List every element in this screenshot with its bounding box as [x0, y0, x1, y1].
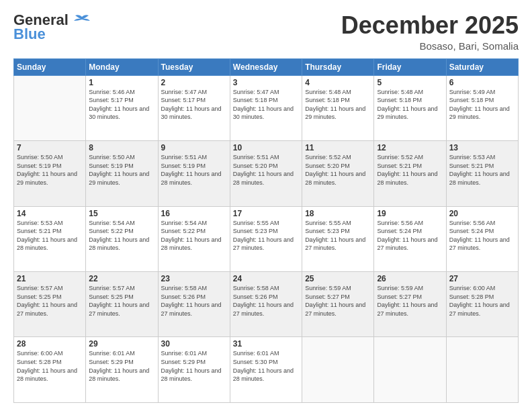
day-number: 24	[233, 274, 299, 283]
day-number: 30	[161, 339, 227, 349]
month-title: December 2025	[341, 12, 519, 39]
day-info: Sunrise: 5:47 AM Sunset: 5:17 PM Dayligh…	[161, 88, 227, 122]
calendar-cell: 28 Sunrise: 6:00 AM Sunset: 5:28 PM Dayl…	[14, 337, 86, 403]
calendar-cell: 1 Sunrise: 5:46 AM Sunset: 5:17 PM Dayli…	[86, 75, 158, 140]
calendar-cell: 4 Sunrise: 5:48 AM Sunset: 5:18 PM Dayli…	[302, 75, 374, 140]
calendar-cell	[446, 337, 518, 403]
day-info: Sunrise: 5:54 AM Sunset: 5:22 PM Dayligh…	[161, 219, 227, 253]
title-block: December 2025 Bosaso, Bari, Somalia	[341, 12, 519, 52]
logo-blue: Blue	[13, 26, 46, 43]
day-info: Sunrise: 6:01 AM Sunset: 5:30 PM Dayligh…	[233, 349, 299, 383]
calendar-cell: 11 Sunrise: 5:52 AM Sunset: 5:20 PM Dayl…	[302, 141, 374, 206]
calendar-cell: 22 Sunrise: 5:57 AM Sunset: 5:25 PM Dayl…	[86, 272, 158, 337]
calendar-day-header: Friday	[374, 58, 446, 75]
day-number: 18	[305, 209, 371, 218]
calendar-day-header: Thursday	[302, 58, 374, 75]
calendar-cell: 17 Sunrise: 5:55 AM Sunset: 5:23 PM Dayl…	[230, 206, 302, 271]
day-info: Sunrise: 5:55 AM Sunset: 5:23 PM Dayligh…	[233, 219, 299, 253]
calendar-week-row: 21 Sunrise: 5:57 AM Sunset: 5:25 PM Dayl…	[14, 272, 519, 337]
calendar-day-header: Wednesday	[230, 58, 302, 75]
calendar-cell: 13 Sunrise: 5:53 AM Sunset: 5:21 PM Dayl…	[446, 141, 518, 206]
day-info: Sunrise: 5:58 AM Sunset: 5:26 PM Dayligh…	[161, 284, 227, 318]
day-number: 5	[377, 78, 443, 87]
location: Bosaso, Bari, Somalia	[341, 40, 519, 52]
calendar-cell: 18 Sunrise: 5:55 AM Sunset: 5:23 PM Dayl…	[302, 206, 374, 271]
day-number: 26	[377, 274, 443, 283]
day-number: 27	[449, 274, 515, 283]
calendar-cell: 2 Sunrise: 5:47 AM Sunset: 5:17 PM Dayli…	[158, 75, 230, 140]
calendar-cell: 3 Sunrise: 5:47 AM Sunset: 5:18 PM Dayli…	[230, 75, 302, 140]
day-info: Sunrise: 6:01 AM Sunset: 5:29 PM Dayligh…	[89, 349, 154, 383]
calendar-cell: 31 Sunrise: 6:01 AM Sunset: 5:30 PM Dayl…	[230, 337, 302, 403]
day-info: Sunrise: 5:51 AM Sunset: 5:20 PM Dayligh…	[233, 153, 299, 187]
calendar-cell: 8 Sunrise: 5:50 AM Sunset: 5:19 PM Dayli…	[86, 141, 158, 206]
calendar-table: SundayMondayTuesdayWednesdayThursdayFrid…	[13, 58, 519, 403]
calendar-week-row: 7 Sunrise: 5:50 AM Sunset: 5:19 PM Dayli…	[14, 141, 519, 206]
day-number: 9	[161, 143, 227, 152]
calendar-cell: 24 Sunrise: 5:58 AM Sunset: 5:26 PM Dayl…	[230, 272, 302, 337]
day-number: 3	[233, 78, 299, 87]
calendar-cell	[14, 75, 86, 140]
calendar-cell: 20 Sunrise: 5:56 AM Sunset: 5:24 PM Dayl…	[446, 206, 518, 271]
calendar-cell: 26 Sunrise: 5:59 AM Sunset: 5:27 PM Dayl…	[374, 272, 446, 337]
calendar-week-row: 14 Sunrise: 5:53 AM Sunset: 5:21 PM Dayl…	[14, 206, 519, 271]
day-number: 1	[89, 78, 154, 87]
day-number: 16	[161, 209, 227, 218]
day-number: 4	[305, 78, 371, 87]
calendar-cell: 14 Sunrise: 5:53 AM Sunset: 5:21 PM Dayl…	[14, 206, 86, 271]
day-number: 29	[89, 339, 154, 349]
day-number: 14	[17, 209, 83, 218]
calendar-day-header: Sunday	[14, 58, 86, 75]
day-number: 6	[449, 78, 515, 87]
day-info: Sunrise: 5:54 AM Sunset: 5:22 PM Dayligh…	[89, 219, 154, 253]
calendar-week-row: 1 Sunrise: 5:46 AM Sunset: 5:17 PM Dayli…	[14, 75, 519, 140]
calendar-week-row: 28 Sunrise: 6:00 AM Sunset: 5:28 PM Dayl…	[14, 337, 519, 403]
calendar-cell: 30 Sunrise: 6:01 AM Sunset: 5:29 PM Dayl…	[158, 337, 230, 403]
page: General Blue December 2025 Bosaso, Bari,…	[0, 0, 532, 411]
calendar-cell: 9 Sunrise: 5:51 AM Sunset: 5:19 PM Dayli…	[158, 141, 230, 206]
day-info: Sunrise: 5:50 AM Sunset: 5:19 PM Dayligh…	[17, 153, 83, 187]
day-info: Sunrise: 6:00 AM Sunset: 5:28 PM Dayligh…	[17, 349, 83, 383]
day-info: Sunrise: 5:56 AM Sunset: 5:24 PM Dayligh…	[449, 219, 515, 253]
day-number: 12	[377, 143, 443, 152]
calendar-day-header: Saturday	[446, 58, 518, 75]
day-info: Sunrise: 5:57 AM Sunset: 5:25 PM Dayligh…	[17, 284, 83, 318]
calendar-day-header: Monday	[86, 58, 158, 75]
calendar-cell: 27 Sunrise: 6:00 AM Sunset: 5:28 PM Dayl…	[446, 272, 518, 337]
calendar-cell: 19 Sunrise: 5:56 AM Sunset: 5:24 PM Dayl…	[374, 206, 446, 271]
day-info: Sunrise: 5:48 AM Sunset: 5:18 PM Dayligh…	[377, 88, 443, 122]
day-number: 23	[161, 274, 227, 283]
day-number: 17	[233, 209, 299, 218]
header: General Blue December 2025 Bosaso, Bari,…	[13, 12, 519, 52]
day-info: Sunrise: 5:52 AM Sunset: 5:21 PM Dayligh…	[377, 153, 443, 187]
day-number: 8	[89, 143, 154, 152]
day-info: Sunrise: 5:59 AM Sunset: 5:27 PM Dayligh…	[305, 284, 371, 318]
day-info: Sunrise: 5:59 AM Sunset: 5:27 PM Dayligh…	[377, 284, 443, 318]
calendar-cell: 10 Sunrise: 5:51 AM Sunset: 5:20 PM Dayl…	[230, 141, 302, 206]
day-number: 7	[17, 143, 83, 152]
day-number: 19	[377, 209, 443, 218]
day-info: Sunrise: 5:46 AM Sunset: 5:17 PM Dayligh…	[89, 88, 154, 122]
day-info: Sunrise: 5:55 AM Sunset: 5:23 PM Dayligh…	[305, 219, 371, 253]
day-info: Sunrise: 5:49 AM Sunset: 5:18 PM Dayligh…	[449, 88, 515, 122]
logo-bird-icon	[73, 14, 91, 28]
calendar-cell: 7 Sunrise: 5:50 AM Sunset: 5:19 PM Dayli…	[14, 141, 86, 206]
day-number: 2	[161, 78, 227, 87]
day-info: Sunrise: 6:00 AM Sunset: 5:28 PM Dayligh…	[449, 284, 515, 318]
day-info: Sunrise: 5:47 AM Sunset: 5:18 PM Dayligh…	[233, 88, 299, 122]
day-number: 22	[89, 274, 154, 283]
day-info: Sunrise: 5:53 AM Sunset: 5:21 PM Dayligh…	[449, 153, 515, 187]
day-number: 11	[305, 143, 371, 152]
calendar-cell: 23 Sunrise: 5:58 AM Sunset: 5:26 PM Dayl…	[158, 272, 230, 337]
calendar-day-header: Tuesday	[158, 58, 230, 75]
day-number: 28	[17, 339, 83, 349]
day-info: Sunrise: 5:57 AM Sunset: 5:25 PM Dayligh…	[89, 284, 154, 318]
calendar-cell: 12 Sunrise: 5:52 AM Sunset: 5:21 PM Dayl…	[374, 141, 446, 206]
calendar-cell: 16 Sunrise: 5:54 AM Sunset: 5:22 PM Dayl…	[158, 206, 230, 271]
day-info: Sunrise: 5:52 AM Sunset: 5:20 PM Dayligh…	[305, 153, 371, 187]
calendar-cell: 15 Sunrise: 5:54 AM Sunset: 5:22 PM Dayl…	[86, 206, 158, 271]
day-number: 20	[449, 209, 515, 218]
calendar-cell	[374, 337, 446, 403]
calendar-cell: 21 Sunrise: 5:57 AM Sunset: 5:25 PM Dayl…	[14, 272, 86, 337]
day-number: 10	[233, 143, 299, 152]
